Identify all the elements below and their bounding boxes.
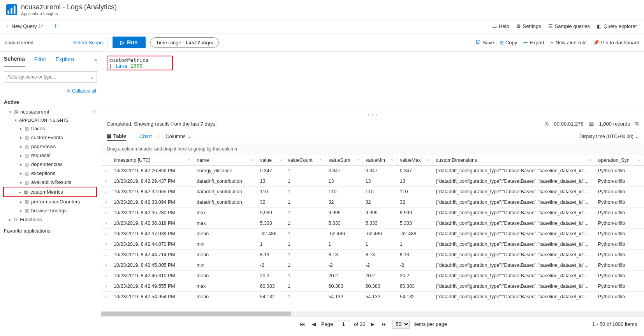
expand-row-icon[interactable]: ›	[101, 208, 111, 218]
copy-button[interactable]: ⎘Copy	[500, 40, 517, 46]
add-tab-button[interactable]: +	[49, 22, 63, 30]
save-button[interactable]: 🖫Save	[475, 40, 494, 46]
help-link[interactable]: ▭Help	[492, 23, 509, 29]
schema-search-input[interactable]	[7, 74, 90, 80]
last-page-button[interactable]: ⏭	[380, 321, 388, 327]
table-row[interactable]: ›10/23/2019, 8:42:44.714 PMmean8.1318.13…	[101, 250, 644, 260]
table-row[interactable]: ›10/23/2019, 8:42:29.437 PMdatadrift_con…	[101, 176, 644, 187]
svg-rect-1	[11, 7, 12, 14]
export-button[interactable]: ↦Export	[523, 40, 544, 46]
explorer-icon: ◧	[597, 23, 602, 29]
query-tab-1[interactable]: ♀ New Query 1*	[0, 19, 49, 33]
table-row[interactable]: ›10/23/2019, 8:42:45.805 PMmin-21-2-2-2{…	[101, 260, 644, 271]
group-by-hint[interactable]: Drag a column header and drop it here to…	[101, 143, 644, 155]
column-header[interactable]: valueMin▿	[362, 155, 396, 166]
display-time-dropdown[interactable]: Display time (UTC+00:00) ⌄	[579, 134, 639, 139]
query-editor[interactable]: customMetrics | take 1000	[101, 52, 644, 112]
new-alert-button[interactable]: +New alert rule	[551, 40, 587, 46]
table-icon: ▦	[25, 144, 29, 149]
expand-row-icon[interactable]: ›	[101, 281, 111, 292]
results-table: timestamp [UTC]▿name▿value▿valueCount▿va…	[101, 155, 644, 302]
expand-row-icon[interactable]: ›	[101, 218, 111, 229]
chart-view-tab[interactable]: ⫍Chart	[132, 132, 152, 141]
favorite-star-icon[interactable]: ☆	[92, 109, 97, 115]
time-range-picker[interactable]: Time range : Last 7 days	[150, 37, 219, 48]
resize-handle[interactable]: • • •	[101, 112, 644, 118]
table-row[interactable]: ›10/23/2019, 8:42:46.310 PMmean20.2120.2…	[101, 271, 644, 281]
filter-icon[interactable]: ▿	[639, 158, 640, 162]
settings-link[interactable]: ⚙Settings	[516, 23, 541, 29]
table-row[interactable]: ›10/23/2019, 8:42:36.818 PMmax5.33315.33…	[101, 218, 644, 229]
expand-row-icon[interactable]: ›	[101, 250, 111, 260]
explore-tab[interactable]: Explore	[56, 52, 74, 66]
caret-right-icon: ▸	[20, 180, 22, 184]
column-header[interactable]: valueMax▿	[397, 155, 433, 166]
column-header[interactable]: name▿	[194, 155, 257, 166]
table-row[interactable]: ›10/23/2019, 8:42:32.065 PMdatadrift_con…	[101, 187, 644, 197]
table-row[interactable]: ›10/23/2019, 8:42:49.555 PMmax60.383160.…	[101, 281, 644, 292]
stopwatch-icon: ◷	[544, 121, 549, 127]
table-node-dependencies[interactable]: ▸▦dependencies	[4, 160, 97, 169]
table-node-customMetrics[interactable]: ▸▦customMetrics	[3, 187, 97, 197]
schema-search[interactable]: ⌕	[4, 71, 97, 83]
schema-tab[interactable]: Schema	[4, 52, 25, 66]
table-row[interactable]: ›10/23/2019, 8:42:44.070 PMmin11111{"dat…	[101, 239, 644, 250]
filter-icon[interactable]: ▿	[357, 158, 359, 162]
column-header[interactable]: operation_Syn▿	[595, 155, 644, 166]
page-input[interactable]	[337, 320, 350, 328]
filter-icon[interactable]: ▿	[252, 158, 253, 162]
next-page-button[interactable]: ▶	[369, 321, 376, 327]
column-header[interactable]: valueCount▿	[285, 155, 325, 166]
column-header[interactable]: customDimensions▿	[433, 155, 595, 166]
expand-row-icon[interactable]: ›	[101, 176, 111, 187]
app-insights-group[interactable]: ▾ APPLICATION INSIGHTS	[4, 116, 97, 124]
table-node-pageViews[interactable]: ▸▦pageViews	[4, 142, 97, 151]
table-node-customEvents[interactable]: ▸▦customEvents	[4, 133, 97, 142]
expand-row-icon[interactable]: ›	[101, 197, 111, 208]
table-node-availabilityResults[interactable]: ▸▦availabilityResults	[4, 178, 97, 187]
column-header[interactable]: valueSum▿	[325, 155, 362, 166]
prev-page-button[interactable]: ◀	[310, 321, 317, 327]
copy-results-icon[interactable]: ⎘	[635, 121, 639, 127]
table-row[interactable]: ›10/23/2019, 8:42:26.859 PMenergy_distan…	[101, 166, 644, 176]
table-row[interactable]: ›10/23/2019, 8:42:37.039 PMmean-62.4861-…	[101, 229, 644, 239]
sample-queries-link[interactable]: ☰Sample queries	[548, 23, 590, 29]
page-size-select[interactable]: 50	[392, 320, 410, 329]
collapse-all-link[interactable]: ⇱ Collapse all	[0, 87, 101, 95]
query-explorer-link[interactable]: ◧Query explorer	[597, 23, 637, 29]
column-header[interactable]: value▿	[257, 155, 285, 166]
table-node-performanceCounters[interactable]: ▸▦performanceCounters	[4, 197, 97, 206]
expand-row-icon[interactable]: ›	[101, 271, 111, 281]
horizontal-scrollbar[interactable]	[101, 312, 644, 316]
table-row[interactable]: ›10/23/2019, 8:42:35.280 PMmax9,99919,99…	[101, 208, 644, 218]
pin-button[interactable]: 📌Pin to dashboard	[593, 40, 639, 46]
select-scope-link[interactable]: Select Scope	[73, 40, 103, 46]
column-header[interactable]: timestamp [UTC]▿	[111, 155, 194, 166]
filter-icon[interactable]: ▿	[188, 158, 190, 162]
table-row[interactable]: ›10/23/2019, 8:42:54.954 PMmean54.132154…	[101, 292, 644, 302]
expand-row-icon[interactable]: ›	[101, 166, 111, 176]
functions-node[interactable]: ▸ fx Functions	[4, 215, 97, 224]
expand-row-icon[interactable]: ›	[101, 187, 111, 197]
expand-row-icon[interactable]: ›	[101, 239, 111, 250]
table-row[interactable]: ›10/23/2019, 8:42:33.094 PMdatadrift_con…	[101, 197, 644, 208]
table-node-traces[interactable]: ▸▦traces	[4, 124, 97, 133]
filter-icon[interactable]: ▿	[391, 158, 393, 162]
filter-icon[interactable]: ▿	[589, 158, 591, 162]
run-button[interactable]: ▷ Run	[113, 37, 145, 48]
filter-tab[interactable]: Filter	[34, 52, 46, 66]
filter-icon[interactable]: ▿	[320, 158, 322, 162]
expand-row-icon[interactable]: ›	[101, 229, 111, 239]
table-node-browserTimings[interactable]: ▸▦browserTimings	[4, 206, 97, 215]
expand-row-icon[interactable]: ›	[101, 260, 111, 271]
table-node-requests[interactable]: ▸▦requests	[4, 151, 97, 160]
expand-row-icon[interactable]: ›	[101, 292, 111, 302]
collapse-sidebar-icon[interactable]: «	[94, 56, 97, 62]
table-node-exceptions[interactable]: ▸▦exceptions	[4, 169, 97, 178]
table-view-tab[interactable]: ▦Table	[107, 131, 126, 141]
workspace-node[interactable]: ▾ ◎ ncusazureml ☆	[4, 107, 97, 116]
columns-dropdown[interactable]: Columns ⌄	[165, 132, 192, 141]
first-page-button[interactable]: ⏮	[298, 321, 306, 327]
filter-icon[interactable]: ▿	[280, 158, 282, 162]
filter-icon[interactable]: ▿	[428, 158, 429, 162]
